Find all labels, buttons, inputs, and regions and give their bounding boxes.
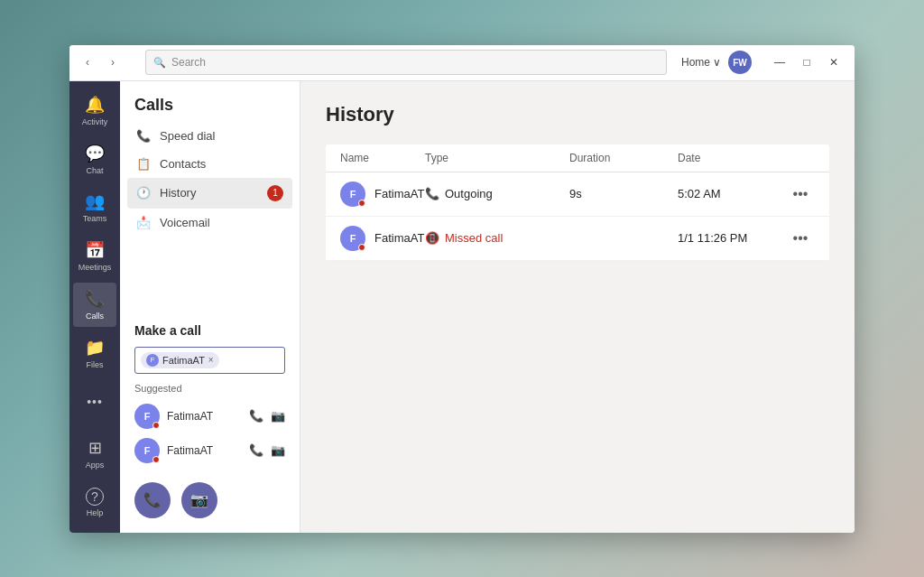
minimize-button[interactable]: —	[766, 49, 793, 76]
video-call-button[interactable]: 📷	[181, 482, 217, 518]
row-more-btn-2[interactable]: •••	[786, 230, 815, 247]
table-row[interactable]: F FatimaAT 📵 Missed call 1/1 11:26 PM ••…	[326, 217, 829, 261]
history-table: Name Type Duration Date F FatimaAT	[326, 144, 829, 261]
online-status-2	[152, 456, 160, 463]
voice-call-btn-1[interactable]: 📞	[249, 409, 263, 423]
activity-icon: 🔔	[85, 95, 105, 115]
sidebar-item-files[interactable]: 📁 Files	[73, 330, 116, 376]
col-type: Type	[425, 152, 569, 164]
row-avatar-1: F	[340, 181, 365, 207]
nav-contacts[interactable]: 📋 Contacts	[127, 150, 292, 178]
sidebar-item-apps[interactable]: ⊞ Apps	[73, 432, 116, 477]
contact-name-2: FatimaAT	[167, 444, 242, 457]
calls-header: Calls	[120, 81, 300, 122]
row-date-1: 5:02 AM	[678, 187, 786, 200]
calls-nav: 📞 Speed dial 📋 Contacts 🕐 History 1 📩 Vo…	[120, 122, 300, 237]
row-contact-name-2: FatimaAT	[374, 231, 424, 245]
help-icon: ?	[86, 488, 104, 506]
chip-avatar: F	[146, 354, 159, 367]
row-online-2	[358, 244, 365, 251]
row-more-btn-1[interactable]: •••	[786, 186, 815, 202]
contact-actions-1: 📞 📷	[249, 409, 285, 423]
row-duration-1: 9s	[569, 187, 678, 200]
back-button[interactable]: ‹	[77, 51, 98, 73]
sidebar-item-activity[interactable]: 🔔 Activity	[73, 88, 116, 134]
table-row[interactable]: F FatimaAT 📞 Outgoing 9s 5:02 AM •••	[326, 172, 829, 217]
row-online-1	[358, 200, 365, 207]
row-type-1: 📞 Outgoing	[425, 187, 569, 200]
nav-speed-dial[interactable]: 📞 Speed dial	[127, 122, 292, 150]
call-chip: F FatimaAT ×	[141, 352, 219, 368]
chip-remove[interactable]: ×	[208, 355, 214, 365]
page-title: History	[326, 103, 829, 126]
call-input-box[interactable]: F FatimaAT ×	[134, 347, 285, 374]
video-call-btn-1[interactable]: 📷	[271, 409, 285, 423]
nav-contacts-label: Contacts	[160, 157, 206, 171]
outgoing-icon: 📞	[425, 187, 439, 200]
sidebar-item-meetings[interactable]: 📅 Meetings	[73, 234, 116, 279]
voice-call-btn-2[interactable]: 📞	[249, 443, 263, 457]
sidebar-item-teams[interactable]: 👥 Teams	[73, 185, 116, 230]
files-icon: 📁	[85, 338, 105, 358]
chat-icon: 💬	[85, 144, 105, 163]
search-icon: 🔍	[153, 57, 166, 69]
nav-voicemail-label: Voicemail	[160, 216, 210, 229]
app-window: ‹ › 🔍 Search Home ∨ FW — □ ✕ 🔔 Activit	[69, 45, 855, 533]
row-avatar-2: F	[340, 226, 365, 251]
contact-actions-2: 📞 📷	[249, 443, 285, 457]
nav-speed-dial-label: Speed dial	[160, 129, 215, 143]
col-duration: Duration	[569, 152, 678, 164]
video-call-btn-2[interactable]: 📷	[271, 443, 285, 457]
nav-history-label: History	[160, 186, 196, 200]
maximize-button[interactable]: □	[793, 49, 820, 76]
suggested-item-1[interactable]: F FatimaAT 📞 📷	[134, 399, 285, 433]
suggested-item-2[interactable]: F FatimaAT 📞 📷	[134, 433, 285, 468]
voice-call-button[interactable]: 📞	[134, 482, 171, 518]
apps-icon: ⊞	[88, 438, 102, 458]
sidebar-item-chat[interactable]: 💬 Chat	[73, 136, 116, 181]
make-call-section: Make a call F FatimaAT × Suggested F Fa	[120, 309, 300, 533]
forward-button[interactable]: ›	[102, 51, 124, 73]
chip-name: FatimaAT	[162, 355, 205, 366]
row-contact-name-1: FatimaAT	[374, 187, 424, 200]
more-icon: •••	[87, 395, 103, 409]
contact-avatar-2: F	[134, 438, 160, 463]
calls-panel: Calls 📞 Speed dial 📋 Contacts 🕐 History …	[120, 81, 300, 533]
nav-buttons: ‹ ›	[77, 51, 124, 73]
row-name-1: F FatimaAT	[340, 181, 425, 207]
activity-sidebar: 🔔 Activity 💬 Chat 👥 Teams 📅 Meetings 📞 C…	[69, 81, 120, 533]
make-call-title: Make a call	[134, 323, 285, 338]
avatar[interactable]: FW	[728, 51, 752, 74]
history-icon: 🕐	[136, 186, 151, 200]
teams-icon: 👥	[85, 191, 105, 211]
call-text-input[interactable]	[223, 354, 279, 367]
close-button[interactable]: ✕	[820, 49, 847, 76]
search-placeholder: Search	[171, 56, 206, 69]
titlebar-right: Home ∨ FW — □ ✕	[681, 49, 847, 76]
row-date-2: 1/1 11:26 PM	[678, 231, 786, 245]
history-badge: 1	[267, 185, 283, 201]
suggested-label: Suggested	[134, 383, 285, 394]
table-header: Name Type Duration Date	[326, 144, 829, 172]
contact-name-1: FatimaAT	[167, 410, 242, 423]
call-buttons: 📞 📷	[134, 482, 285, 518]
row-type-2: 📵 Missed call	[425, 231, 569, 245]
voicemail-icon: 📩	[136, 216, 151, 229]
calls-icon: 📞	[85, 289, 105, 309]
home-button[interactable]: Home ∨	[681, 56, 721, 69]
sidebar-item-calls[interactable]: 📞 Calls	[73, 283, 116, 328]
contact-avatar-1: F	[134, 404, 160, 429]
col-name: Name	[340, 152, 425, 164]
sidebar-item-more[interactable]: •••	[73, 379, 116, 424]
speed-dial-icon: 📞	[136, 129, 151, 143]
missed-call-icon: 📵	[425, 231, 439, 245]
nav-history[interactable]: 🕐 History 1	[127, 178, 292, 209]
nav-voicemail[interactable]: 📩 Voicemail	[127, 209, 292, 237]
contacts-icon: 📋	[136, 157, 151, 171]
window-controls: — □ ✕	[766, 49, 847, 76]
meetings-icon: 📅	[85, 240, 105, 260]
search-bar[interactable]: 🔍 Search	[145, 50, 667, 75]
main-area: 🔔 Activity 💬 Chat 👥 Teams 📅 Meetings 📞 C…	[69, 81, 855, 533]
sidebar-item-help[interactable]: ? Help	[73, 480, 116, 526]
col-date: Date	[678, 152, 786, 164]
